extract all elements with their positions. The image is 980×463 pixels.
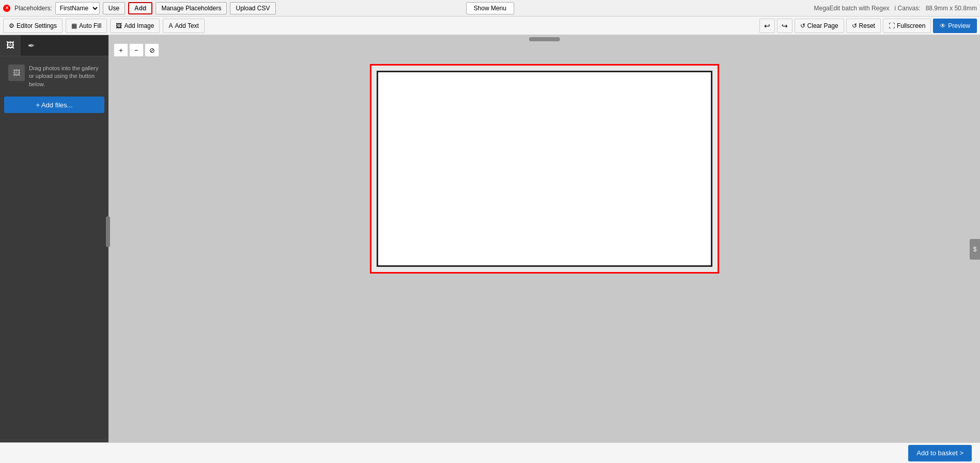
mini-clear-button[interactable]: ⊘ — [145, 43, 159, 57]
pen-icon: ✒ — [28, 41, 35, 51]
preview-button[interactable]: 👁 Preview — [933, 19, 977, 33]
redo-button[interactable]: ↪ — [777, 19, 792, 33]
add-files-button[interactable]: + Add files... — [4, 97, 104, 113]
canvas-red-border — [370, 64, 719, 274]
clear-page-button[interactable]: ↺ Clear Page — [795, 19, 844, 33]
show-menu-button[interactable]: Show Menu — [466, 2, 514, 14]
manage-placeholders-button[interactable]: Manage Placeholders — [155, 2, 227, 14]
gallery-icon: 🖼 — [6, 41, 14, 50]
text-icon: A — [168, 22, 173, 29]
auto-fill-button[interactable]: ▦ Auto Fill — [66, 19, 107, 33]
undo-button[interactable]: ↩ — [759, 19, 775, 33]
autofill-icon: ▦ — [71, 22, 77, 29]
top-right-info: MegaEdit batch with Regex i Canvas: 88.9… — [814, 5, 977, 12]
megaedit-label: MegaEdit batch with Regex — [814, 5, 890, 12]
canvas-label: i Canvas: — [895, 5, 921, 12]
use-button[interactable]: Use — [103, 2, 125, 14]
canvas-size: 88.9mm x 50.8mm — [926, 5, 977, 12]
canvas-top-scroll[interactable] — [529, 37, 560, 41]
left-sidebar: 🖼 ✒ 🖼 Drag photos into the gallery or up… — [0, 35, 108, 463]
side-arrow-icon: $ — [973, 246, 977, 253]
reset-icon: ↺ — [852, 22, 857, 29]
canvas-wrapper — [370, 64, 719, 274]
second-toolbar: ⚙ Editor Settings ▦ Auto Fill 🖼 Add Imag… — [0, 17, 980, 35]
pen-tab[interactable]: ✒ — [21, 35, 41, 56]
gallery-hint-text: Drag photos into the gallery or upload u… — [29, 65, 100, 88]
bottom-bar: Add to basket > — [0, 442, 980, 463]
image-icon: 🖼 — [116, 22, 122, 29]
settings-icon: ⚙ — [9, 22, 14, 29]
toolbar-right: ↩ ↪ ↺ Clear Page ↺ Reset ⛶ Fullscreen 👁 … — [759, 19, 977, 33]
sidebar-tabs: 🖼 ✒ — [0, 35, 108, 56]
sidebar-content: 🖼 Drag photos into the gallery or upload… — [0, 56, 108, 440]
gallery-hint: 🖼 Drag photos into the gallery or upload… — [4, 60, 104, 92]
upload-csv-button[interactable]: Upload CSV — [230, 2, 275, 14]
placeholder-select[interactable]: FirstName — [55, 2, 100, 14]
mini-remove-button[interactable]: − — [129, 43, 144, 57]
add-button[interactable]: Add — [128, 2, 152, 14]
canvas-white[interactable] — [377, 71, 712, 267]
right-side-handle[interactable]: $ — [970, 239, 980, 260]
eye-icon: 👁 — [940, 22, 946, 29]
left-scroll-handle[interactable] — [106, 216, 110, 247]
mini-toolbar: + − ⊘ — [114, 43, 159, 57]
gallery-hint-icon: 🖼 — [8, 65, 25, 81]
add-text-button[interactable]: A Add Text — [163, 19, 205, 33]
top-toolbar: ✕ Placeholders: FirstName Use Add Manage… — [0, 0, 980, 17]
main-layout: 🖼 ✒ 🖼 Drag photos into the gallery or up… — [0, 35, 980, 463]
fullscreen-button[interactable]: ⛶ Fullscreen — [883, 19, 931, 33]
fullscreen-icon: ⛶ — [889, 22, 895, 29]
placeholders-label: Placeholders: — [14, 5, 52, 12]
logo-dot: ✕ — [3, 5, 10, 12]
canvas-area: + − ⊘ $ — [108, 35, 980, 463]
reset-button[interactable]: ↺ Reset — [846, 19, 881, 33]
add-to-basket-button[interactable]: Add to basket > — [908, 445, 972, 461]
clear-icon: ↺ — [800, 22, 805, 29]
gallery-tab[interactable]: 🖼 — [0, 35, 21, 56]
add-image-button[interactable]: 🖼 Add Image — [110, 19, 160, 33]
editor-settings-button[interactable]: ⚙ Editor Settings — [3, 19, 63, 33]
mini-add-button[interactable]: + — [114, 43, 128, 57]
photo-icon: 🖼 — [13, 69, 20, 77]
